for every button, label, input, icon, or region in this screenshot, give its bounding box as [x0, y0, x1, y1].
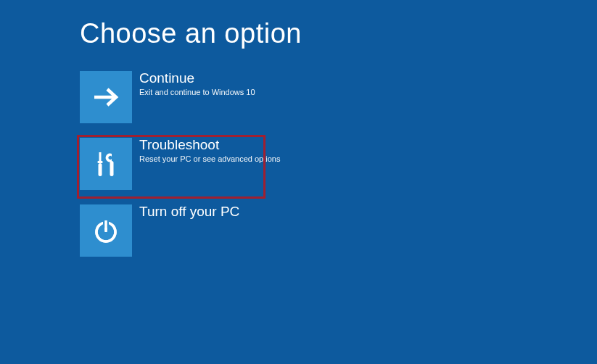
- option-title: Continue: [139, 71, 255, 86]
- continue-tile[interactable]: [80, 71, 132, 123]
- option-title: Turn off your PC: [139, 204, 239, 220]
- power-icon: [91, 216, 120, 245]
- option-turnoff[interactable]: Turn off your PC: [80, 204, 597, 257]
- option-desc: Exit and continue to Windows 10: [139, 88, 255, 97]
- option-troubleshoot[interactable]: Troubleshoot Reset your PC or see advanc…: [80, 138, 597, 190]
- svg-rect-2: [99, 163, 102, 176]
- svg-rect-0: [99, 152, 102, 161]
- svg-rect-1: [98, 161, 103, 163]
- troubleshoot-tile[interactable]: [80, 138, 132, 190]
- page-title: Choose an option: [80, 18, 597, 49]
- option-continue[interactable]: Continue Exit and continue to Windows 10: [80, 71, 597, 123]
- option-title: Troubleshoot: [139, 138, 280, 153]
- option-desc: Reset your PC or see advanced options: [139, 154, 280, 164]
- turnoff-tile[interactable]: [80, 204, 132, 257]
- svg-rect-3: [110, 161, 114, 176]
- tools-icon: [90, 148, 122, 180]
- arrow-right-icon: [91, 83, 120, 112]
